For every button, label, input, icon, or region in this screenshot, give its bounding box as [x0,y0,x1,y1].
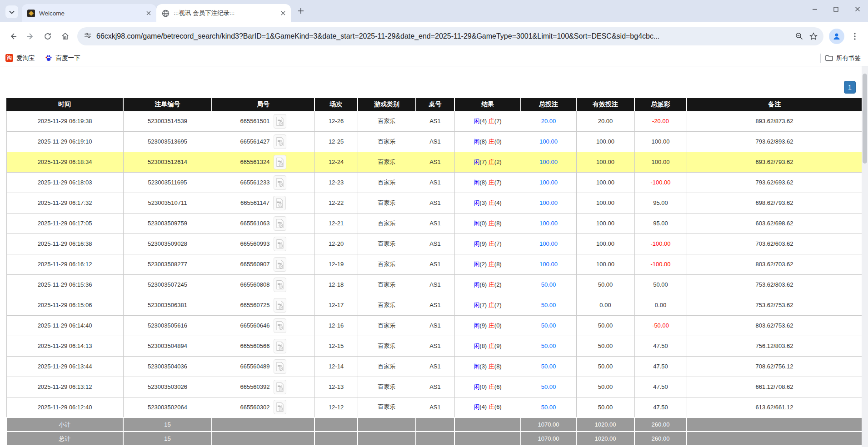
back-button[interactable] [5,28,22,45]
banker-result-label: 庄 [489,220,494,227]
video-replay-button[interactable] [274,257,286,272]
tab-close-icon[interactable] [279,9,287,17]
cell-bet-id: 523003504036 [123,356,212,377]
video-replay-button[interactable] [274,237,286,251]
all-bookmarks-button[interactable]: 所有书签 [825,54,861,62]
cell-total-bet: 100.00 [521,233,576,254]
cell-round-id: 665560392 [212,377,314,397]
cell-table: AS1 [416,213,454,233]
cell-game-type: 百家乐 [358,356,416,377]
page-scrollbar[interactable] [862,66,868,447]
video-replay-button[interactable] [274,400,286,414]
close-window-button[interactable] [847,0,868,18]
cell-result: 闲(2) 庄(8) [454,254,521,274]
video-replay-button[interactable] [274,216,286,231]
video-replay-button[interactable] [274,380,286,394]
refresh-button[interactable] [39,28,56,45]
new-tab-button[interactable] [294,5,307,18]
bookmark-baidu[interactable]: 百度一下 [45,54,80,62]
video-replay-button[interactable] [274,114,286,129]
profile-avatar[interactable] [829,29,844,44]
banker-result-label: 庄 [489,138,494,145]
video-replay-button[interactable] [274,298,286,313]
video-replay-button[interactable] [274,278,286,292]
tab-close-icon[interactable] [145,9,153,17]
bet-records-table: 时间 注单编号 局号 场次 游戏类别 桌号 结果 总投注 有效投注 总派彩 备注… [6,98,863,446]
cell-time: 2025-11-29 06:19:38 [6,111,123,131]
bookmark-taobao[interactable]: 淘 爱淘宝 [5,54,35,62]
cell-table: AS1 [416,356,454,377]
tab-title: :::视讯 会员下注纪录::: [174,9,279,17]
cell-table: AS1 [416,274,454,295]
cell-result: 闲(3) 庄(4) [454,193,521,213]
tab-welcome[interactable]: Welcome [22,4,156,22]
scrollbar-thumb[interactable] [863,74,867,164]
video-replay-button[interactable] [274,134,286,149]
cell-table: AS1 [416,377,454,397]
site-settings-icon[interactable] [84,31,92,41]
forward-button[interactable] [22,28,39,45]
tab-strip: Welcome :::视讯 会员下注纪录::: [0,0,868,22]
cell-game-type: 百家乐 [358,152,416,172]
address-bar[interactable]: 66cxkj98.com/game/betrecord_search/kind3… [77,27,823,45]
video-replay-button[interactable] [273,196,286,210]
cell-payout: 50.00 [634,274,687,295]
video-replay-button[interactable] [274,175,286,190]
home-button[interactable] [56,28,74,45]
cell-total-bet: 50.00 [521,356,576,377]
player-result-label: 闲 [474,118,479,124]
cell-table: AS1 [416,315,454,336]
header-payout: 总派彩 [634,98,687,111]
banker-result-label: 庄 [489,240,494,247]
cell-note: 708.62/756.12 [687,356,862,377]
banker-result-label: 庄 [489,118,494,124]
player-result-label: 闲 [474,403,479,410]
total-payout: 260.00 [634,432,687,446]
cell-payout: 47.50 [634,377,687,397]
maximize-button[interactable] [825,0,847,18]
cell-valid-bet: 100.00 [576,193,634,213]
minimize-button[interactable] [804,0,825,18]
banker-result-label: 庄 [489,302,494,308]
video-replay-button[interactable] [274,339,286,353]
cell-session: 12-17 [314,295,358,315]
cell-time: 2025-11-29 06:18:34 [6,152,123,172]
banker-result-value: (8) [494,220,502,227]
banker-result-label: 庄 [489,322,494,329]
cell-note: 753.62/753.62 [687,295,862,315]
url-text[interactable]: 66cxkj98.com/game/betrecord_search/kind3… [96,32,787,40]
tab-search-button[interactable] [5,5,18,18]
zoom-icon[interactable] [792,29,806,44]
player-result-label: 闲 [474,322,479,329]
cell-table: AS1 [416,111,454,131]
subtotal-label: 小计 [6,417,123,432]
bookmark-star-icon[interactable] [806,29,821,44]
table-row: 2025-11-29 06:17:05 523003509759 6655610… [6,213,862,233]
cell-session: 12-21 [314,213,358,233]
cell-table: AS1 [416,152,454,172]
cell-total-bet: 50.00 [521,377,576,397]
cell-note: 703.62/603.62 [687,233,862,254]
cell-bet-id: 523003509759 [123,213,212,233]
cell-payout: -20.00 [634,111,687,131]
player-result-value: (4) [479,118,487,124]
browser-menu-button[interactable] [846,28,863,45]
cell-payout: 100.00 [634,131,687,152]
cell-payout: 95.00 [634,193,687,213]
cell-round-id: 665560489 [212,356,314,377]
video-replay-button[interactable] [274,359,286,374]
cell-game-type: 百家乐 [358,111,416,131]
cell-session: 12-12 [314,397,358,417]
video-replay-button[interactable] [274,318,286,333]
banker-result-value: (8) [494,261,502,268]
tab-bet-records[interactable]: :::视讯 会员下注纪录::: [156,4,291,22]
cell-table: AS1 [416,254,454,274]
cell-game-type: 百家乐 [358,254,416,274]
cell-valid-bet: 100.00 [576,233,634,254]
header-session: 场次 [314,98,358,111]
cell-valid-bet: 50.00 [576,315,634,336]
player-result-value: (2) [479,261,487,268]
round-id-text: 665560302 [240,404,269,411]
video-replay-button[interactable] [274,155,286,169]
pagination-page-button[interactable]: 1 [844,81,856,94]
